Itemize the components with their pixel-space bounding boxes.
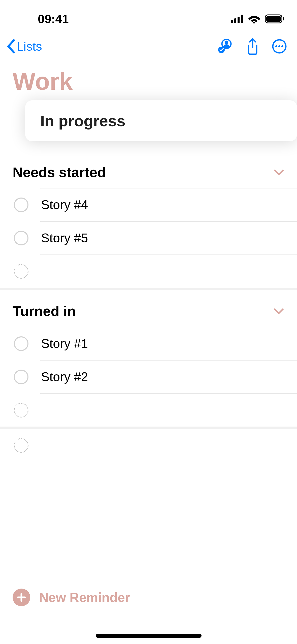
reminder-row[interactable]: Story #4 bbox=[0, 188, 297, 221]
home-indicator[interactable] bbox=[96, 634, 202, 638]
reminder-checkbox-placeholder[interactable] bbox=[14, 264, 28, 279]
chevron-left-icon bbox=[6, 39, 15, 53]
svg-rect-1 bbox=[234, 18, 236, 23]
share-button[interactable] bbox=[246, 38, 259, 55]
section-divider bbox=[0, 427, 297, 429]
reminder-row-empty[interactable] bbox=[0, 429, 297, 462]
status-icons bbox=[231, 14, 284, 23]
share-people-button[interactable] bbox=[217, 39, 234, 54]
reminder-checkbox[interactable] bbox=[14, 198, 28, 212]
reminder-row[interactable]: Story #5 bbox=[0, 222, 297, 254]
plus-circle-icon bbox=[13, 589, 30, 606]
reminder-label: Story #4 bbox=[41, 198, 88, 212]
svg-rect-6 bbox=[266, 16, 281, 22]
nav-bar: Lists bbox=[0, 30, 297, 62]
reminder-row[interactable]: Story #2 bbox=[0, 361, 297, 393]
reminder-checkbox-placeholder[interactable] bbox=[14, 403, 28, 417]
reminder-checkbox[interactable] bbox=[14, 231, 28, 245]
section-divider bbox=[0, 288, 297, 290]
svg-point-12 bbox=[275, 45, 277, 47]
svg-rect-7 bbox=[283, 17, 284, 20]
new-reminder-label: New Reminder bbox=[39, 590, 130, 605]
back-label: Lists bbox=[17, 39, 42, 53]
section-header-needs-started[interactable]: Needs started bbox=[0, 151, 297, 188]
share-icon bbox=[246, 38, 259, 55]
svg-point-9 bbox=[225, 41, 228, 44]
section-header-turned-in[interactable]: Turned in bbox=[0, 290, 297, 327]
new-reminder-button[interactable]: New Reminder bbox=[0, 581, 297, 614]
svg-point-4 bbox=[253, 22, 255, 23]
battery-icon bbox=[265, 14, 284, 23]
in-progress-label: In progress bbox=[40, 112, 282, 130]
reminder-checkbox[interactable] bbox=[14, 370, 28, 384]
reminder-row-empty[interactable] bbox=[0, 394, 297, 427]
reminder-row[interactable]: Story #1 bbox=[0, 327, 297, 360]
section-title: Turned in bbox=[13, 303, 76, 319]
svg-point-13 bbox=[278, 45, 280, 47]
cellular-icon bbox=[231, 15, 244, 23]
svg-point-14 bbox=[281, 45, 283, 47]
list-title: Work bbox=[0, 62, 297, 100]
wifi-icon bbox=[248, 14, 260, 23]
ellipsis-circle-icon bbox=[272, 39, 287, 54]
status-time: 09:41 bbox=[38, 12, 69, 26]
more-button[interactable] bbox=[272, 39, 287, 54]
chevron-down-icon bbox=[273, 169, 284, 176]
svg-rect-2 bbox=[238, 17, 240, 23]
section-title: Needs started bbox=[13, 164, 106, 180]
in-progress-card[interactable]: In progress bbox=[25, 100, 297, 141]
reminder-label: Story #5 bbox=[41, 231, 88, 245]
reminder-row-empty[interactable] bbox=[0, 255, 297, 288]
svg-rect-0 bbox=[231, 20, 233, 23]
reminder-checkbox-placeholder[interactable] bbox=[14, 438, 28, 453]
chevron-down-icon bbox=[273, 308, 284, 315]
back-button[interactable]: Lists bbox=[6, 39, 42, 53]
svg-rect-3 bbox=[241, 15, 243, 23]
status-bar: 09:41 bbox=[0, 0, 297, 30]
reminder-label: Story #1 bbox=[41, 336, 88, 351]
person-badge-icon bbox=[217, 39, 234, 54]
reminder-label: Story #2 bbox=[41, 370, 88, 384]
reminder-checkbox[interactable] bbox=[14, 336, 28, 351]
